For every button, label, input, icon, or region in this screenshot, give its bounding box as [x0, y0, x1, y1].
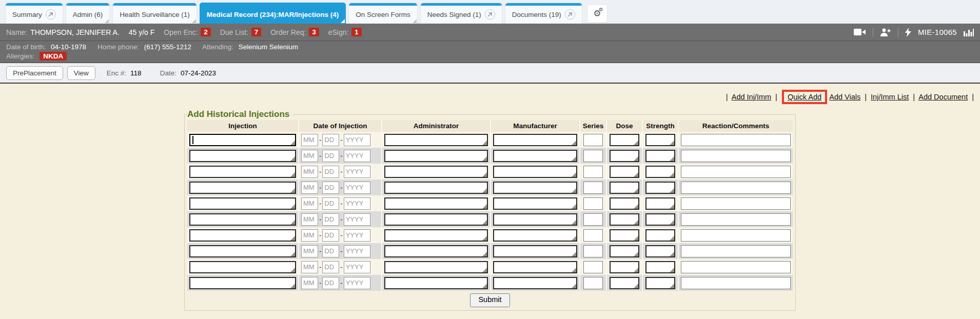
- injection-input[interactable]: [189, 150, 296, 162]
- strength-input[interactable]: [645, 245, 675, 257]
- administrator-input[interactable]: [384, 245, 488, 257]
- series-input[interactable]: [583, 245, 603, 257]
- reaction-comments-input[interactable]: [681, 166, 791, 178]
- injection-input[interactable]: [189, 134, 296, 146]
- series-input[interactable]: [583, 277, 603, 289]
- series-input[interactable]: [583, 134, 603, 146]
- series-input[interactable]: [583, 182, 603, 194]
- injection-input[interactable]: [189, 229, 296, 242]
- open-enc-badge[interactable]: 2: [201, 28, 210, 36]
- date-dd-input[interactable]: [322, 261, 339, 273]
- series-input[interactable]: [583, 261, 603, 273]
- reaction-comments-input[interactable]: [681, 150, 791, 162]
- bar-chart-icon[interactable]: [964, 28, 974, 36]
- date-yyyy-input[interactable]: [344, 197, 370, 210]
- date-mm-input[interactable]: [301, 261, 318, 273]
- date-dd-input[interactable]: [322, 134, 339, 146]
- reaction-comments-input[interactable]: [681, 134, 791, 146]
- dose-input[interactable]: [610, 150, 639, 162]
- external-link-icon[interactable]: [46, 9, 56, 19]
- external-link-icon[interactable]: [485, 9, 495, 19]
- manufacturer-input[interactable]: [493, 213, 577, 226]
- injection-input[interactable]: [189, 197, 296, 210]
- date-yyyy-input[interactable]: [344, 213, 370, 226]
- manufacturer-input[interactable]: [493, 166, 577, 178]
- injection-input[interactable]: [189, 166, 296, 178]
- reaction-comments-input[interactable]: [681, 229, 791, 242]
- date-dd-input[interactable]: [322, 213, 339, 226]
- date-mm-input[interactable]: [301, 229, 318, 242]
- administrator-input[interactable]: [384, 213, 488, 226]
- quick-add-link[interactable]: Quick Add: [788, 93, 821, 101]
- date-yyyy-input[interactable]: [344, 182, 370, 194]
- date-mm-input[interactable]: [301, 166, 318, 178]
- date-dd-input[interactable]: [322, 182, 339, 194]
- strength-input[interactable]: [645, 229, 675, 242]
- date-dd-input[interactable]: [322, 197, 339, 210]
- date-dd-input[interactable]: [322, 150, 339, 162]
- injection-input[interactable]: [189, 277, 296, 289]
- view-button[interactable]: View: [67, 66, 95, 80]
- dose-input[interactable]: [610, 197, 639, 210]
- dose-input[interactable]: [610, 166, 639, 178]
- strength-input[interactable]: [645, 261, 675, 273]
- date-yyyy-input[interactable]: [344, 245, 370, 257]
- manufacturer-input[interactable]: [493, 150, 577, 162]
- administrator-input[interactable]: [384, 182, 488, 194]
- dose-input[interactable]: [610, 277, 639, 289]
- date-yyyy-input[interactable]: [344, 166, 370, 178]
- manufacturer-input[interactable]: [493, 277, 577, 289]
- series-input[interactable]: [583, 197, 603, 210]
- date-mm-input[interactable]: [301, 245, 318, 257]
- tab-admin[interactable]: Admin (6): [66, 3, 110, 24]
- inj-imm-list-link[interactable]: Inj/Imm List: [871, 93, 909, 101]
- manufacturer-input[interactable]: [493, 245, 577, 257]
- strength-input[interactable]: [645, 277, 675, 289]
- date-yyyy-input[interactable]: [344, 261, 370, 273]
- tab-needs-signed[interactable]: Needs Signed (1): [420, 3, 502, 24]
- date-yyyy-input[interactable]: [344, 229, 370, 242]
- order-req-badge[interactable]: 3: [309, 28, 319, 36]
- tab-medical-record[interactable]: Medical Record (234):MAR/Injections (4): [200, 3, 346, 24]
- administrator-input[interactable]: [384, 277, 488, 289]
- series-input[interactable]: [583, 229, 603, 242]
- manufacturer-input[interactable]: [493, 182, 577, 194]
- reaction-comments-input[interactable]: [681, 213, 791, 226]
- submit-button[interactable]: Submit: [470, 293, 509, 307]
- dose-input[interactable]: [610, 229, 639, 242]
- date-dd-input[interactable]: [322, 229, 339, 242]
- external-link-icon[interactable]: [565, 9, 575, 19]
- administrator-input[interactable]: [384, 166, 488, 178]
- date-dd-input[interactable]: [322, 277, 339, 289]
- date-dd-input[interactable]: [322, 245, 339, 257]
- injection-input[interactable]: [189, 213, 296, 226]
- series-input[interactable]: [583, 166, 603, 178]
- date-mm-input[interactable]: [301, 150, 318, 162]
- date-yyyy-input[interactable]: [344, 134, 370, 146]
- date-mm-input[interactable]: [301, 182, 318, 194]
- dose-input[interactable]: [610, 182, 639, 194]
- date-mm-input[interactable]: [301, 197, 318, 210]
- tab-health-surveillance[interactable]: Health Surveillance (1): [112, 3, 197, 24]
- date-dd-input[interactable]: [322, 166, 339, 178]
- strength-input[interactable]: [645, 213, 675, 226]
- add-document-link[interactable]: Add Document: [918, 93, 968, 101]
- tab-summary[interactable]: Summary: [5, 3, 63, 24]
- injection-input[interactable]: [189, 245, 296, 257]
- lightning-icon[interactable]: [905, 28, 911, 37]
- add-inj-imm-link[interactable]: Add Inj/Imm: [732, 93, 771, 101]
- series-input[interactable]: [583, 150, 603, 162]
- manufacturer-input[interactable]: [493, 261, 577, 273]
- strength-input[interactable]: [645, 197, 675, 210]
- administrator-input[interactable]: [384, 150, 488, 162]
- dose-input[interactable]: [610, 134, 639, 146]
- strength-input[interactable]: [645, 134, 675, 146]
- strength-input[interactable]: [645, 182, 675, 194]
- manufacturer-input[interactable]: [493, 134, 577, 146]
- reaction-comments-input[interactable]: [681, 245, 791, 257]
- injection-input[interactable]: [189, 261, 296, 273]
- add-user-icon[interactable]: [880, 28, 891, 36]
- strength-input[interactable]: [645, 150, 675, 162]
- date-mm-input[interactable]: [301, 277, 318, 289]
- video-camera-icon[interactable]: [854, 28, 866, 36]
